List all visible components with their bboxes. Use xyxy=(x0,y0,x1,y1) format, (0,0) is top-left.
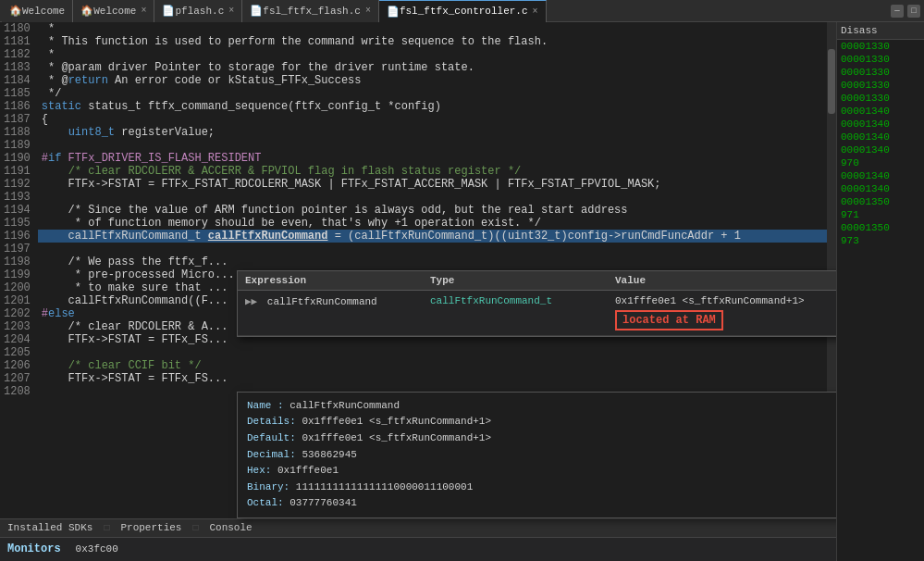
line-number: 1193 xyxy=(0,191,38,204)
disasm-header: Disass xyxy=(837,22,924,40)
expr-col-type: Type xyxy=(423,273,608,288)
code-line-1195: 1195 * of function memory should be even… xyxy=(0,217,836,230)
detail-default-value: 0x1fffe0e1 <s_ftfxRunCommand+1> xyxy=(302,432,491,443)
disasm-line: 00001330 xyxy=(837,92,924,105)
detail-decimal-line: Decimal: 536862945 xyxy=(247,447,836,464)
main-layout: 1180 *1181 * This function is used to pe… xyxy=(0,22,924,561)
code-line-1186: 1186static status_t ftfx_command_sequenc… xyxy=(0,100,836,113)
code-line-1192: 1192 FTFx->FSTAT = FTFx_FSTAT_RDCOLERR_M… xyxy=(0,178,836,191)
line-number: 1195 xyxy=(0,217,38,230)
disasm-line: 970 xyxy=(837,156,924,169)
close-icon[interactable]: × xyxy=(141,6,146,16)
tab-welcome1[interactable]: 🏠 Welcome xyxy=(2,0,73,22)
located-at-ram-badge: located at RAM xyxy=(615,310,723,330)
minimize-button[interactable]: — xyxy=(891,5,904,18)
tab-label: pflash.c xyxy=(175,6,224,17)
tab-fsl-ftfx-flash[interactable]: 📄 fsl_ftfx_flash.c × xyxy=(242,0,379,22)
detail-decimal-value: 536862945 xyxy=(302,449,356,460)
line-content: * xyxy=(38,48,836,61)
line-number: 1184 xyxy=(0,74,38,87)
line-content xyxy=(38,346,836,359)
doc-icon: 📄 xyxy=(250,5,263,17)
detail-details-value: 0x1fffe0e1 <s_ftfxRunCommand+1> xyxy=(302,416,491,427)
line-number: 1188 xyxy=(0,126,38,139)
line-number: 1203 xyxy=(0,320,38,333)
code-scroll[interactable]: 1180 *1181 * This function is used to pe… xyxy=(0,22,836,561)
code-line-1197: 1197 xyxy=(0,243,836,256)
line-content: { xyxy=(38,113,836,126)
code-line-1180: 1180 * xyxy=(0,22,836,35)
line-number: 1181 xyxy=(0,35,38,48)
tab-properties[interactable]: Properties xyxy=(117,522,185,533)
line-number: 1201 xyxy=(0,294,38,307)
line-content: /* clear RDCOLERR & ACCERR & FPVIOL flag… xyxy=(38,165,836,178)
expression-row[interactable]: ▶▶ callFtfxRunCommand callFtfxRunCommand… xyxy=(238,291,836,336)
status-value: 0x3fc00 xyxy=(76,543,118,555)
tab-label: fsl_ftfx_controller.c xyxy=(400,6,528,17)
details-popup: Name : callFtfxRunCommand Details: 0x1ff… xyxy=(237,392,836,518)
tab-installed-sdks[interactable]: Installed SDKs xyxy=(4,522,96,533)
expression-type: callFtfxRunCommand_t xyxy=(423,293,608,308)
disasm-line: 00001340 xyxy=(837,105,924,118)
disasm-line: 00001330 xyxy=(837,53,924,66)
code-line-1196: 1196 callFtfxRunCommand_t callFtfxRunCom… xyxy=(0,230,836,243)
expression-popup: Expression Type Value ▶▶ callFtfxRunComm… xyxy=(237,270,836,337)
detail-binary-label: Binary: xyxy=(247,481,290,492)
disasm-line: 00001330 xyxy=(837,66,924,79)
detail-name-line: Name : callFtfxRunCommand xyxy=(247,398,836,415)
detail-hex-label: Hex: xyxy=(247,465,271,476)
code-line-1188: 1188 uint8_t registerValue; xyxy=(0,126,836,139)
line-number: 1202 xyxy=(0,307,38,320)
line-content xyxy=(38,139,836,152)
line-number: 1194 xyxy=(0,204,38,217)
expr-col-value: Value xyxy=(608,273,836,288)
scrollbar-thumb[interactable] xyxy=(828,49,835,114)
close-icon[interactable]: × xyxy=(228,6,234,16)
detail-default-line: Default: 0x1fffe0e1 <s_ftfxRunCommand+1> xyxy=(247,430,836,447)
close-icon[interactable]: × xyxy=(365,6,371,16)
detail-octal-label: Octal: xyxy=(247,497,284,508)
line-content: */ xyxy=(38,87,836,100)
doc-icon: 📄 xyxy=(387,6,400,18)
line-number: 1206 xyxy=(0,359,38,372)
line-number: 1204 xyxy=(0,333,38,346)
code-line-1182: 1182 * xyxy=(0,48,836,61)
line-content: FTFx->FSTAT = FTFx_FS... xyxy=(38,372,836,385)
bottom-bar: Installed SDKs □ Properties □ Console Mo… xyxy=(0,518,836,561)
detail-binary-line: Binary: 11111111111111110000011100001 xyxy=(247,480,836,496)
code-line-1183: 1183 * @param driver Pointer to storage … xyxy=(0,61,836,74)
code-line-1189: 1189 xyxy=(0,139,836,152)
line-number: 1189 xyxy=(0,139,38,152)
expression-name: ▶▶ callFtfxRunCommand xyxy=(238,293,423,309)
detail-hex-value: 0x1fffe0e1 xyxy=(277,465,339,476)
line-content: callFtfxRunCommand_t callFtfxRunCommand … xyxy=(38,230,836,243)
disasm-line: 00001330 xyxy=(837,40,924,53)
line-number: 1191 xyxy=(0,165,38,178)
detail-octal-value: 03777760341 xyxy=(290,497,357,508)
tab-welcome2[interactable]: 🏠 Welcome × xyxy=(73,0,154,22)
detail-details-label: Details: xyxy=(247,416,296,427)
line-number: 1190 xyxy=(0,152,38,165)
line-number: 1207 xyxy=(0,372,38,385)
line-content: uint8_t registerValue; xyxy=(38,126,836,139)
bottom-tabs: Installed SDKs □ Properties □ Console xyxy=(0,519,836,538)
code-line-1184: 1184 * @return An error code or kStatus_… xyxy=(0,74,836,87)
close-icon[interactable]: × xyxy=(533,6,538,17)
bottom-status: Monitors 0x3fc00 xyxy=(0,538,836,561)
line-content: * This function is used to perform the c… xyxy=(38,35,836,48)
code-line-1206: 1206 /* clear CCIF bit */ xyxy=(0,359,836,372)
code-line-1205: 1205 xyxy=(0,346,836,359)
line-number: 1185 xyxy=(0,87,38,100)
code-line-1187: 1187{ xyxy=(0,113,836,126)
disasm-line: 00001340 xyxy=(837,131,924,143)
tab-label: fsl_ftfx_flash.c xyxy=(263,6,361,17)
expression-value: 0x1fffe0e1 <s_ftfxRunCommand+1> located … xyxy=(608,293,836,332)
line-number: 1183 xyxy=(0,61,38,74)
code-line-1198: 1198 /* We pass the ftfx_f... xyxy=(0,256,836,268)
tab-fsl-ftfx-controller[interactable]: 📄 fsl_ftfx_controller.c × xyxy=(379,0,547,22)
line-number: 1197 xyxy=(0,243,38,256)
tab-pflash[interactable]: 📄 pflash.c × xyxy=(154,0,242,22)
tab-console[interactable]: Console xyxy=(205,522,255,533)
maximize-button[interactable]: □ xyxy=(907,5,920,18)
expr-col-expression: Expression xyxy=(238,273,423,288)
